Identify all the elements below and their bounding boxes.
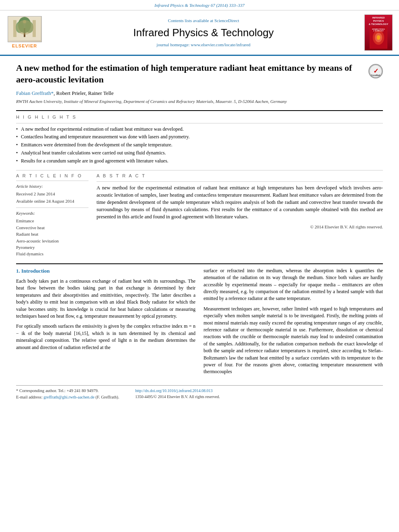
highlights-label: H I G H L I G H T S bbox=[16, 114, 383, 120]
introduction-title: 1. Introduction bbox=[16, 267, 195, 275]
available-date: Available online 24 August 2014 bbox=[16, 198, 88, 204]
body-separator bbox=[16, 263, 383, 264]
author-greffrath[interactable]: Fabian Greffrath* bbox=[16, 90, 53, 96]
authors-line: Fabian Greffrath*, Robert Prieler, Raine… bbox=[16, 90, 383, 97]
keyword-item: Aero-acoustic levitation bbox=[16, 238, 88, 244]
body-text-section: 1. Introduction Each body takes part in … bbox=[16, 267, 383, 379]
svg-rect-1 bbox=[24, 28, 25, 37]
crossmark-icon: ✓ CrossMark bbox=[368, 64, 383, 78]
article-info-label: A R T I C L E I N F O bbox=[16, 173, 88, 179]
main-content: ✓ CrossMark A new method for the estimat… bbox=[0, 56, 399, 408]
journal-cover-image: INFRARED PHYSICS & TECHNOLOGY bbox=[364, 14, 393, 51]
svg-point-4 bbox=[25, 22, 33, 33]
title-separator bbox=[16, 110, 383, 111]
copyright-line: © 2014 Elsevier B.V. All rights reserved… bbox=[97, 224, 383, 230]
svg-point-12 bbox=[376, 35, 380, 40]
issn-line: 1350-4495/© 2014 Elsevier B.V. All right… bbox=[135, 394, 220, 400]
author-prieler: Robert Prieler bbox=[56, 90, 86, 96]
doi-line[interactable]: http://dx.doi.org/10.1016/j.infrared.201… bbox=[135, 388, 220, 394]
journal-reference: Infrared Physics & Technology 67 (2014) … bbox=[0, 0, 399, 10]
elsevier-logo: ELSEVIER bbox=[6, 16, 43, 49]
keyword-item: Convective heat bbox=[16, 225, 88, 231]
keyword-item: Fluid dynamics bbox=[16, 251, 88, 257]
svg-rect-6 bbox=[33, 20, 36, 37]
svg-rect-5 bbox=[13, 20, 16, 37]
elsevier-logo-image bbox=[8, 16, 42, 42]
highlights-section: H I G H L I G H T S A new method for exp… bbox=[16, 114, 383, 164]
author-telle: Rainer Telle bbox=[88, 90, 113, 96]
received-date: Received 2 June 2014 bbox=[16, 191, 88, 197]
section-divider bbox=[16, 170, 383, 170]
contents-available-line: Contents lists available at ScienceDirec… bbox=[47, 18, 360, 24]
highlight-item: Contactless heating and temperature meas… bbox=[16, 134, 383, 140]
svg-text:& TECHNOLOGY: & TECHNOLOGY bbox=[373, 30, 384, 32]
email-link[interactable]: greffrath@ghi.rwth-aachen.de bbox=[43, 395, 95, 399]
article-title: A new method for the estimation of high … bbox=[16, 62, 383, 85]
body-right-column: surface or refracted into the medium, wh… bbox=[204, 267, 383, 379]
elsevier-brand-name: ELSEVIER bbox=[12, 43, 37, 49]
right-paragraph-1: surface or refracted into the medium, wh… bbox=[204, 267, 383, 302]
article-history-label: Article history: bbox=[16, 183, 88, 189]
right-paragraph-2: Measurement techniques are, however, rat… bbox=[204, 306, 383, 376]
abstract-separator bbox=[97, 181, 383, 182]
journal-header: ELSEVIER Contents lists available at Sci… bbox=[0, 10, 399, 56]
abstract-label: A B S T R A C T bbox=[97, 173, 383, 179]
abstract-text: A new method for the experimental estima… bbox=[97, 184, 383, 221]
email-footnote: E-mail address: greffrath@ghi.rwth-aache… bbox=[16, 394, 119, 401]
svg-text:CrossMark: CrossMark bbox=[371, 75, 380, 77]
highlight-item: Results for a corundum sample are in goo… bbox=[16, 158, 383, 164]
keywords-label: Keywords: bbox=[16, 210, 88, 216]
svg-point-7 bbox=[23, 20, 26, 23]
homepage-link[interactable]: www.elsevier.com/locate/infrared bbox=[191, 42, 250, 47]
intro-paragraph-2: For optically smooth surfaces the emissi… bbox=[16, 323, 195, 351]
keywords-separator bbox=[16, 207, 88, 208]
highlights-list: A new method for experimental estimation… bbox=[16, 126, 383, 164]
crossmark-badge[interactable]: ✓ CrossMark bbox=[368, 64, 383, 78]
svg-point-2 bbox=[18, 17, 31, 33]
abstract-section: A B S T R A C T A new method for the exp… bbox=[97, 173, 383, 258]
highlight-item: Analytical heat transfer calculations we… bbox=[16, 150, 383, 156]
svg-point-3 bbox=[16, 22, 24, 33]
info-abstract-row: A R T I C L E I N F O Article history: R… bbox=[16, 173, 383, 258]
keyword-item: Radiant heat bbox=[16, 231, 88, 237]
sciencedirect-link[interactable]: ScienceDirect bbox=[214, 18, 239, 23]
article-info-section: A R T I C L E I N F O Article history: R… bbox=[16, 173, 88, 258]
info-separator bbox=[16, 181, 88, 181]
intro-paragraph-1: Each body takes part in a continuous exc… bbox=[16, 278, 195, 320]
highlight-item: A new method for experimental estimation… bbox=[16, 126, 383, 133]
affiliation: RWTH Aachen University, Institute of Min… bbox=[16, 99, 383, 105]
keyword-item: Emittance bbox=[16, 218, 88, 224]
corresponding-author-note: * Corresponding author. Tel.: +49 241 80… bbox=[16, 388, 119, 394]
svg-text:✓: ✓ bbox=[373, 68, 378, 75]
journal-header-center: Contents lists available at ScienceDirec… bbox=[47, 18, 360, 48]
keywords-list: Emittance Convective heat Radiant heat A… bbox=[16, 218, 88, 257]
keyword-item: Pyrometry bbox=[16, 244, 88, 251]
highlights-separator bbox=[16, 123, 383, 123]
highlight-item: Emittances were determined from the deve… bbox=[16, 142, 383, 148]
footnote-area: * Corresponding author. Tel.: +49 241 80… bbox=[16, 385, 383, 401]
journal-title: Infrared Physics & Technology bbox=[47, 25, 360, 40]
body-left-column: 1. Introduction Each body takes part in … bbox=[16, 267, 195, 379]
journal-homepage: journal homepage: www.elsevier.com/locat… bbox=[47, 42, 360, 48]
